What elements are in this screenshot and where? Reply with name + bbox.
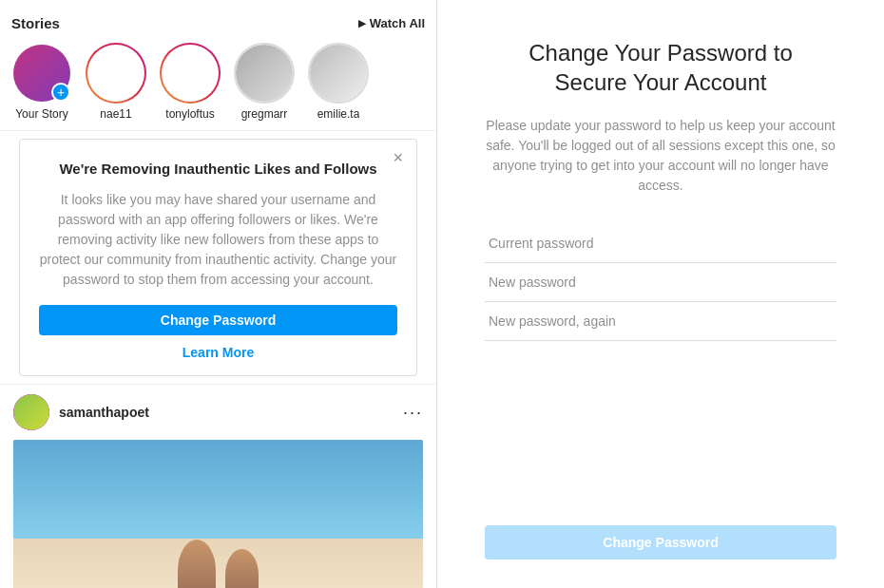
story-label-nae: nae11 — [100, 107, 131, 121]
post-avatar — [13, 394, 49, 430]
watch-all-button[interactable]: ▶ Watch All — [358, 16, 425, 30]
post-user: samanthapoet — [13, 394, 149, 430]
post-image — [13, 440, 423, 588]
watch-all-label: Watch All — [370, 16, 425, 30]
person-silhouette-2 — [225, 549, 259, 588]
story-avatar-wrapper-emilie — [308, 43, 369, 104]
post-header: samanthapoet ··· — [13, 394, 423, 430]
notification-popup: × We're Removing Inauthentic Likes and F… — [19, 139, 417, 376]
confirm-password-input[interactable] — [485, 302, 836, 341]
stories-title: Stories — [11, 15, 60, 31]
story-avatar-wrapper-nae — [86, 43, 146, 104]
post-more-button[interactable]: ··· — [403, 403, 423, 423]
popup-body: It looks like you may have shared your u… — [39, 190, 397, 290]
story-avatar-wrapper-greg — [234, 43, 295, 104]
right-panel: Change Your Password toSecure Your Accou… — [437, 0, 884, 588]
submit-change-password-button[interactable]: Change Password — [485, 525, 836, 560]
story-emilie[interactable]: emilie.ta — [308, 43, 369, 121]
story-label-emilie: emilie.ta — [317, 107, 360, 121]
story-gregmarr[interactable]: gregmarr — [234, 43, 295, 121]
current-password-input[interactable] — [485, 224, 836, 263]
stories-header: Stories ▶ Watch All — [11, 15, 425, 31]
story-nae11[interactable]: nae11 — [86, 43, 146, 121]
popup-title: We're Removing Inauthentic Likes and Fol… — [39, 159, 397, 179]
story-avatar-wrapper: + — [11, 43, 72, 104]
post-image-sky — [13, 440, 423, 539]
change-password-description: Please update your password to help us k… — [485, 116, 836, 196]
story-ring-nae — [86, 43, 146, 104]
submit-btn-wrapper: Change Password — [485, 506, 836, 560]
change-password-button[interactable]: Change Password — [39, 305, 397, 335]
stories-list: + Your Story nae11 tonyloftus — [11, 43, 425, 121]
story-avatar-wrapper-tony — [160, 43, 221, 104]
new-password-input[interactable] — [485, 263, 836, 302]
person-silhouette-1 — [178, 540, 216, 588]
password-form — [485, 224, 836, 341]
story-ring-emilie — [308, 43, 369, 104]
story-tonyloftus[interactable]: tonyloftus — [160, 43, 221, 121]
post-username: samanthapoet — [59, 405, 149, 420]
post-item: samanthapoet ··· — [0, 384, 436, 588]
story-ring-greg — [234, 43, 295, 104]
post-image-people — [13, 539, 423, 588]
play-icon: ▶ — [358, 18, 366, 28]
change-password-title: Change Your Password toSecure Your Accou… — [485, 38, 836, 97]
learn-more-link[interactable]: Learn More — [39, 345, 397, 360]
story-label-your: Your Story — [15, 107, 68, 121]
story-ring-tony — [160, 43, 221, 104]
stories-bar: Stories ▶ Watch All + Your Story — [0, 0, 436, 131]
close-icon[interactable]: × — [393, 149, 403, 166]
post-avatar-inner — [13, 394, 49, 430]
story-label-greg: gregmarr — [241, 107, 288, 121]
story-your[interactable]: + Your Story — [11, 43, 72, 121]
left-panel: Stories ▶ Watch All + Your Story — [0, 0, 437, 588]
story-add-button[interactable]: + — [51, 83, 70, 102]
story-label-tony: tonyloftus — [165, 107, 214, 121]
